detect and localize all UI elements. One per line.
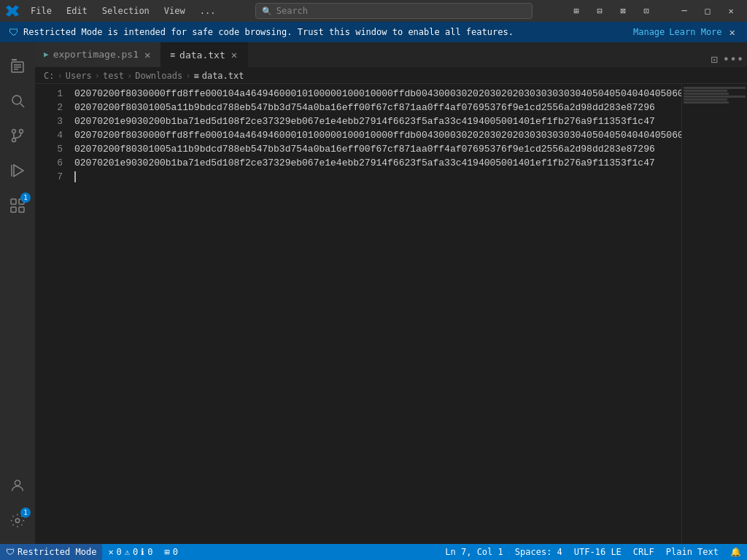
- code-area[interactable]: 02070200f8030000ffd8ffe000104a4649460001…: [71, 84, 681, 544]
- title-bar-left: File Edit Selection View ...: [6, 4, 221, 18]
- breadcrumb-users[interactable]: Users: [66, 71, 92, 81]
- main-layout: 1 1 ▶ exportimage.ps1: [0, 42, 747, 544]
- info-count: 0: [147, 547, 152, 557]
- cursor-position-button[interactable]: Ln 7, Col 1: [439, 544, 508, 560]
- menu-view[interactable]: View: [158, 4, 191, 18]
- spaces-text: Spaces: 4: [515, 547, 562, 557]
- title-bar-center: 🔍 Search: [221, 3, 566, 19]
- restricted-mode-button[interactable]: 🛡 Restricted Mode: [0, 544, 102, 560]
- breadcrumb-c[interactable]: C:: [44, 71, 54, 81]
- restricted-mode-icon: 🛡: [6, 547, 15, 557]
- settings-badge: 1: [20, 508, 31, 518]
- notifications-bell-button[interactable]: 🔔: [724, 544, 747, 560]
- activity-item-settings[interactable]: 1: [0, 503, 35, 538]
- layout-split-btn[interactable]: ⊟: [589, 3, 610, 19]
- line-num-7: 7: [35, 170, 63, 184]
- line-num-3: 3: [35, 114, 63, 128]
- line-num-2: 2: [35, 101, 63, 114]
- breadcrumb: C: › Users › test › Downloads › ≡ data.t…: [35, 68, 747, 84]
- svg-rect-14: [11, 207, 16, 212]
- line-ending-button[interactable]: CRLF: [627, 544, 660, 560]
- breadcrumb-file-name: data.txt: [202, 71, 244, 81]
- svg-line-6: [20, 104, 24, 107]
- activity-item-search[interactable]: [0, 83, 35, 118]
- minimap-line-3: [684, 93, 729, 95]
- tab-datatxt[interactable]: ≡ data.txt ✕: [161, 42, 248, 67]
- activity-item-account[interactable]: [0, 468, 35, 503]
- svg-point-17: [15, 518, 20, 523]
- maximize-button[interactable]: □: [697, 3, 718, 19]
- notification-close-button[interactable]: ✕: [727, 25, 738, 39]
- editor-area: ▶ exportimage.ps1 ✕ ≡ data.txt ✕ ⊡ ••• C…: [35, 42, 747, 544]
- spaces-button[interactable]: Spaces: 4: [509, 544, 568, 560]
- tab-exportimage-close[interactable]: ✕: [143, 48, 152, 61]
- code-line-1: 02070200f8030000ffd8ffe000104a4649460001…: [71, 87, 681, 101]
- code-line-3: 02070201e9030200b1ba71ed5d108f2ce37329eb…: [71, 114, 681, 128]
- bell-icon: 🔔: [730, 547, 741, 557]
- tab-datatxt-label: data.txt: [179, 50, 225, 61]
- close-button[interactable]: ✕: [721, 3, 741, 19]
- extensions-badge: 1: [20, 192, 31, 203]
- errors-button[interactable]: ✕ 0 ⚠ 0 ℹ 0: [102, 544, 158, 560]
- source-control-icon: [9, 127, 26, 144]
- svg-point-7: [12, 130, 16, 133]
- activity-bar-bottom: 1: [0, 468, 35, 538]
- activity-item-extensions[interactable]: 1: [0, 188, 35, 223]
- status-bar: 🛡 Restricted Mode ✕ 0 ⚠ 0 ℹ 0 ⊞ 0 Ln 7, …: [0, 544, 747, 560]
- activity-item-source-control[interactable]: [0, 118, 35, 153]
- menu-file[interactable]: File: [25, 4, 58, 18]
- title-bar: File Edit Selection View ... 🔍 Search ⊞ …: [0, 0, 747, 22]
- search-bar[interactable]: 🔍 Search: [255, 3, 533, 19]
- error-icon: ✕: [108, 547, 113, 557]
- svg-rect-12: [11, 199, 16, 204]
- layout-panel-btn[interactable]: ⊠: [613, 3, 633, 19]
- line-numbers: 1 2 3 4 5 6 7: [35, 84, 71, 544]
- minimize-button[interactable]: ─: [674, 3, 694, 19]
- svg-point-16: [15, 481, 20, 486]
- code-line-6: 02070201e9030200b1ba71ed5d108f2ce37329eb…: [71, 156, 681, 170]
- minimap-line-6: [684, 101, 729, 104]
- more-actions-button[interactable]: •••: [725, 51, 741, 67]
- menu-edit[interactable]: Edit: [61, 4, 93, 18]
- layout-editor-btn[interactable]: ⊞: [566, 3, 587, 19]
- notification-text: Restricted Mode is intended for safe cod…: [23, 27, 629, 37]
- search-activity-icon: [9, 92, 26, 109]
- remote-icon: ⊞: [165, 547, 170, 557]
- tabs-bar: ▶ exportimage.ps1 ✕ ≡ data.txt ✕ ⊡ •••: [35, 42, 747, 68]
- minimap[interactable]: [681, 84, 747, 544]
- title-bar-right: ⊞ ⊟ ⊠ ⊡ ─ □ ✕: [566, 3, 741, 19]
- code-line-4: 02070200f8030000ffd8ffe000104a4649460001…: [71, 128, 681, 142]
- warning-count: 0: [133, 547, 138, 557]
- activity-item-explorer[interactable]: [0, 48, 35, 83]
- minimap-line-5: [684, 98, 727, 101]
- error-count: 0: [117, 547, 122, 557]
- tab-exportimage[interactable]: ▶ exportimage.ps1 ✕: [35, 42, 161, 67]
- code-line-5: 02070200f80301005a11b9bdcd788eb547bb3d75…: [71, 142, 681, 156]
- menu-more[interactable]: ...: [194, 4, 222, 18]
- activity-bar: 1 1: [0, 42, 35, 544]
- code-line-2: 02070200f80301005a11b9bdcd788eb547bb3d75…: [71, 101, 681, 114]
- split-editor-button[interactable]: ⊡: [706, 51, 722, 67]
- remote-button[interactable]: ⊞ 0: [159, 544, 184, 560]
- shield-icon: 🛡: [9, 26, 19, 38]
- breadcrumb-downloads[interactable]: Downloads: [135, 71, 182, 81]
- info-icon: ℹ: [141, 547, 144, 557]
- tab-actions: ⊡ •••: [700, 51, 747, 67]
- minimap-line-4: [684, 96, 746, 98]
- editor-content[interactable]: 1 2 3 4 5 6 7 02070200f8030000ffd8ffe000…: [35, 84, 747, 544]
- activity-item-run[interactable]: [0, 153, 35, 188]
- minimap-line-2: [684, 90, 727, 92]
- svg-point-8: [20, 130, 23, 133]
- layout-custom-btn[interactable]: ⊡: [636, 3, 657, 19]
- manage-link[interactable]: Manage: [633, 27, 665, 37]
- language-button[interactable]: Plain Text: [660, 544, 724, 560]
- explorer-icon: [9, 57, 26, 74]
- encoding-button[interactable]: UTF-16 LE: [568, 544, 627, 560]
- menu-selection[interactable]: Selection: [96, 4, 155, 18]
- breadcrumb-file-icon: ≡: [193, 71, 198, 81]
- breadcrumb-test[interactable]: test: [103, 71, 124, 81]
- remote-count: 0: [173, 547, 178, 557]
- learn-more-link[interactable]: Learn More: [669, 27, 721, 37]
- tab-datatxt-close[interactable]: ✕: [230, 48, 239, 61]
- ps1-tab-icon: ▶: [44, 50, 49, 59]
